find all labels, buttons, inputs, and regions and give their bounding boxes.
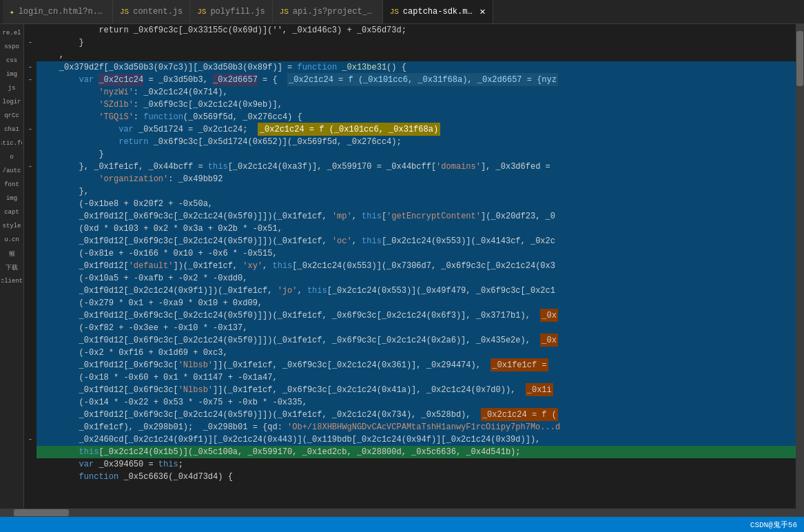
code-line-26: _0x1f0d12[_0x6f9c3c[_0x2c1c24(0x5f0)]])(… <box>37 334 796 347</box>
minus-5[interactable]: - <box>24 74 37 86</box>
tab-login[interactable]: ✦ login_cn.html?n...www.elong.com/ <box>3 0 113 24</box>
tab-icon-captcha: JS <box>390 8 399 16</box>
minus-7[interactable] <box>24 99 37 111</box>
code-line-19: (-0x81e + -0x166 * 0x10 + -0x6 * -0x515, <box>37 247 796 260</box>
minus-12[interactable]: - <box>24 161 37 173</box>
tab-close-captcha[interactable]: ✕ <box>480 7 485 17</box>
minus-31[interactable] <box>24 396 37 409</box>
code-line-9: var _0x5d1724 = _0x2c1c24; _0x2c1c24 = f… <box>37 123 796 136</box>
sidebar-item-client[interactable]: client <box>1 275 22 287</box>
minus-13[interactable] <box>24 173 37 185</box>
horizontal-scrollbar[interactable] <box>0 509 804 517</box>
minus-4[interactable]: - <box>24 61 37 74</box>
code-line-7: 'SZdlb': _0x6f9c3c[_0x2c1c24(0x9eb)], <box>37 99 796 111</box>
code-line-29: (-0x18 * -0x60 + 0x1 * 0x1147 + -0x1a47, <box>37 371 796 384</box>
minus-15[interactable] <box>24 198 37 210</box>
code-line-15: (-0x1be8 + 0x20f2 + -0x50a, <box>37 198 796 210</box>
sidebar-item-re-el[interactable]: re.el <box>1 27 22 39</box>
tab-api[interactable]: JS api.js?project_...=1705402921106 <box>273 0 383 24</box>
sidebar-item-download[interactable]: 下载 <box>1 261 22 274</box>
code-area: - - - - - <box>24 24 804 509</box>
sidebar-item-atic-fe[interactable]: atic.fe <box>1 137 22 150</box>
minus-34[interactable]: - <box>24 433 37 446</box>
minus-10[interactable] <box>24 136 37 148</box>
sidebar-item-css[interactable]: css <box>1 54 22 67</box>
minus-17[interactable] <box>24 223 37 235</box>
tab-icon-polyfill: JS <box>197 8 206 16</box>
code-line-18: _0x1f0d12[_0x6f9c3c[_0x2c1c24(0x5f0)]])(… <box>37 235 796 247</box>
minus-19[interactable] <box>24 247 37 260</box>
tab-label-content: content.js <box>133 7 183 17</box>
minus-36[interactable] <box>24 458 37 471</box>
minus-6[interactable] <box>24 86 37 99</box>
minus-24[interactable] <box>24 309 37 322</box>
minus-21[interactable] <box>24 272 37 285</box>
status-bar: CSDN@鬼手56 <box>0 517 804 532</box>
sidebar-item-ucn[interactable]: u.cn <box>1 234 22 246</box>
bottom-area: CSDN@鬼手56 <box>0 509 804 532</box>
minus-2[interactable]: - <box>24 37 37 49</box>
minus-14[interactable] <box>24 185 37 198</box>
minus-1[interactable] <box>24 24 37 37</box>
minus-32[interactable] <box>24 409 37 421</box>
minus-27[interactable] <box>24 347 37 359</box>
code-line-6: 'nyzWi': _0x2c1c24(0x714), <box>37 86 796 99</box>
scrollbar-thumb-h[interactable] <box>14 509 69 516</box>
sidebar-item-monkey[interactable]: 猴 <box>1 247 22 260</box>
minus-3[interactable] <box>24 49 37 61</box>
code-line-28: _0x1f0d12[_0x6f9c3c['Nlbsb']](_0x1fe1cf,… <box>37 359 796 371</box>
sidebar-item-img1[interactable]: img <box>1 68 22 81</box>
sidebar-item-img2[interactable]: img <box>1 192 22 205</box>
tab-label-login: login_cn.html?n...www.elong.com/ <box>19 7 105 17</box>
status-author: CSDN@鬼手56 <box>750 520 797 530</box>
code-line-24: _0x1f0d12[_0x6f9c3c[_0x2c1c24(0x5f0)]])(… <box>37 309 796 322</box>
code-line-14: }, <box>37 185 796 198</box>
sidebar-item-logir[interactable]: logir <box>1 96 22 108</box>
minus-20[interactable] <box>24 260 37 272</box>
code-line-2: } <box>37 37 796 49</box>
sidebar-item-js[interactable]: js <box>1 82 22 94</box>
code-line-34: _0x2460cd[_0x2c1c24(0x9f1)][_0x2c1c24(0x… <box>37 433 796 446</box>
code-line-20: _0x1f0d12['default'])(_0x1fe1cf, 'xy', t… <box>37 260 796 272</box>
code-line-1: return _0x6f9c3c[_0x33155c(0x69d)]('', _… <box>37 24 796 37</box>
sidebar-item-autc[interactable]: /autc <box>1 165 22 177</box>
tab-captcha[interactable]: JS captcha-sdk.min.js ✕ <box>383 0 493 24</box>
minus-8[interactable] <box>24 111 37 123</box>
minus-16[interactable] <box>24 210 37 223</box>
vertical-scrollbar[interactable] <box>796 24 804 509</box>
sidebar-item-qrcc[interactable]: qrCc <box>1 110 22 122</box>
code-line-4: _0x379d2f[_0x3d50b3(0x7c3)][_0x3d50b3(0x… <box>37 61 796 74</box>
sidebar-item-style[interactable]: style <box>1 220 22 232</box>
minus-33[interactable] <box>24 421 37 433</box>
sidebar-item-cha1[interactable]: cha1 <box>1 123 22 136</box>
sidebar-item-font[interactable]: font <box>1 178 22 191</box>
code-line-10: return _0x6f9c3c[_0x5d1724(0x652)](_0x56… <box>37 136 796 148</box>
sidebar-item-capt[interactable]: capt <box>1 206 22 218</box>
minus-35[interactable] <box>24 446 37 458</box>
tab-content[interactable]: JS content.js <box>113 0 190 24</box>
code-line-33: _0x1fe1cf), _0x298b01); _0x298b01 = {qd:… <box>37 421 796 433</box>
minus-28[interactable] <box>24 359 37 371</box>
code-line-16: _0x1f0d12[_0x6f9c3c[_0x2c1c24(0x5f0)]])(… <box>37 210 796 223</box>
minus-29[interactable] <box>24 371 37 384</box>
code-line-21: (-0x10a5 + -0xafb + -0x2 * -0xdd0, <box>37 272 796 285</box>
sidebar-item-o[interactable]: o <box>1 151 22 163</box>
tab-bar: ✦ login_cn.html?n...www.elong.com/ JS co… <box>0 0 804 24</box>
code-line-22: _0x1f0d12[_0x2c1c24(0x9f1)])(_0x1fe1cf, … <box>37 285 796 297</box>
minus-9[interactable]: - <box>24 123 37 136</box>
minus-23[interactable] <box>24 297 37 309</box>
code-line-17: (0xd * 0x103 + 0x2 * 0x3a + 0x2b * -0x51… <box>37 223 796 235</box>
minus-11[interactable] <box>24 148 37 161</box>
tab-polyfill[interactable]: JS polyfill.js <box>190 0 272 24</box>
sidebar-item-sspo[interactable]: sspo <box>1 41 22 53</box>
minus-25[interactable] <box>24 322 37 334</box>
minus-18[interactable] <box>24 235 37 247</box>
code-line-23: (-0x279 * 0x1 + -0xa9 * 0x10 + 0xd09, <box>37 297 796 309</box>
code-line-35: this[_0x2c1c24(0x1b5)](_0x5c100a, _0x599… <box>37 446 796 458</box>
minus-26[interactable] <box>24 334 37 347</box>
minus-30[interactable] <box>24 384 37 396</box>
scrollbar-thumb-v[interactable] <box>796 31 803 86</box>
tab-label-api: api.js?project_...=1705402921106 <box>293 7 375 17</box>
minus-22[interactable] <box>24 285 37 297</box>
code-content[interactable]: return _0x6f9c3c[_0x33155c(0x69d)]('', _… <box>37 24 796 509</box>
